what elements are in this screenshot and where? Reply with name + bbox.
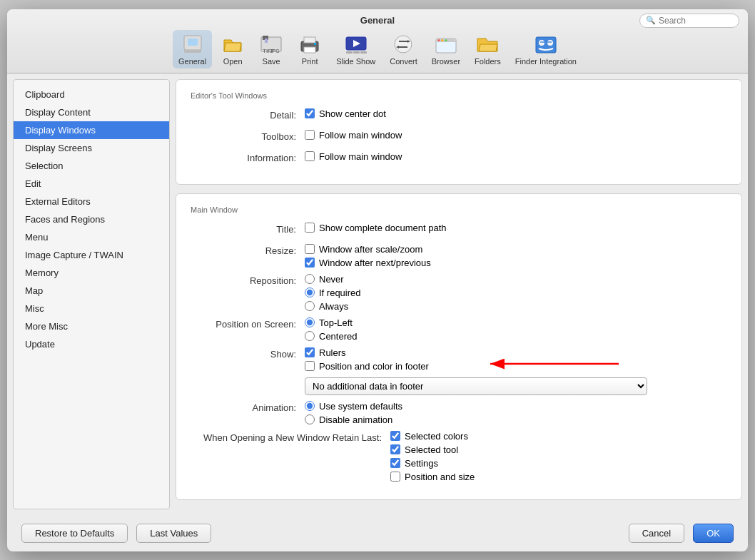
editors-tool-windows-title: Editor's Tool Windows (191, 91, 727, 100)
ok-button[interactable]: OK (693, 524, 734, 543)
detail-show-center-dot-label: Show center dot (319, 108, 386, 119)
sidebar-item-menu[interactable]: Menu (14, 228, 169, 246)
new-window-tool-checkbox[interactable] (390, 444, 400, 454)
main-content: Clipboard Display Content Display Window… (7, 73, 748, 515)
search-input[interactable] (659, 16, 733, 26)
sidebar-item-memory[interactable]: Memory (14, 264, 169, 282)
main-window-section: Main Window Title: Show complete documen… (176, 193, 742, 500)
toolbox-follow-main-checkbox[interactable] (305, 130, 315, 140)
folders-icon (476, 33, 499, 56)
toolbar-print[interactable]: Print (292, 30, 328, 68)
position-top-left-label: Top-Left (319, 317, 353, 328)
animation-system-radio[interactable] (305, 401, 315, 411)
toolbar-folders[interactable]: Folders (469, 30, 507, 68)
toolbar-general[interactable]: General (173, 30, 212, 68)
title-show-complete-checkbox[interactable] (305, 223, 315, 233)
convert-icon (392, 33, 415, 56)
svg-rect-2 (188, 39, 198, 46)
last-values-button[interactable]: Last Values (136, 524, 211, 543)
toolbar-save[interactable]: TIFF JPG Save (253, 30, 289, 68)
title-label: Title: (191, 223, 305, 235)
reposition-label: Reposition: (191, 274, 305, 286)
toolbar: General Open TIFF (158, 26, 597, 73)
detail-show-center-dot-checkbox[interactable] (305, 108, 315, 118)
bottom-right-buttons: Cancel OK (629, 524, 734, 543)
reposition-always-radio[interactable] (305, 301, 315, 311)
sidebar-item-external-editors[interactable]: External Editors (14, 193, 169, 210)
detail-show-center-dot-row: Show center dot (305, 108, 386, 119)
toolbar-convert-label: Convert (390, 57, 417, 66)
resize-after-scale-label: Window after scale/zoom (319, 244, 422, 255)
show-row: Show: Rulers Position and color in foote… (191, 347, 727, 395)
position-on-screen-label: Position on Screen: (191, 317, 305, 330)
information-follow-main-checkbox[interactable] (305, 151, 315, 161)
information-label: Information: (191, 151, 305, 163)
svg-point-27 (547, 40, 553, 46)
toolbar-browser[interactable]: Browser (426, 30, 466, 68)
sidebar-item-update[interactable]: Update (14, 335, 169, 353)
new-window-settings-checkbox[interactable] (390, 458, 400, 468)
svg-point-23 (441, 39, 443, 41)
sidebar-item-display-screens[interactable]: Display Screens (14, 139, 169, 157)
svg-rect-5 (265, 39, 268, 43)
position-centered-radio[interactable] (305, 331, 315, 341)
svg-rect-15 (353, 51, 360, 54)
resize-after-next-checkbox[interactable] (305, 258, 315, 268)
restore-defaults-button[interactable]: Restore to Defaults (21, 524, 128, 543)
sidebar-item-image-capture[interactable]: Image Capture / TWAIN (14, 246, 169, 264)
toolbar-convert[interactable]: Convert (384, 30, 423, 68)
reposition-never-label: Never (319, 274, 344, 285)
new-window-colors-label: Selected colors (405, 431, 468, 442)
toolbox-follow-main-label: Follow main window (319, 130, 402, 141)
reposition-if-required-radio[interactable] (305, 287, 315, 297)
main-window: General 🔍 General (7, 9, 748, 551)
animation-label: Animation: (191, 401, 305, 413)
new-window-colors-checkbox[interactable] (390, 431, 400, 441)
sidebar-item-misc[interactable]: Misc (14, 300, 169, 317)
svg-rect-10 (304, 47, 315, 53)
bottom-bar: Restore to Defaults Last Values Cancel O… (7, 515, 748, 551)
toolbar-slideshow-label: Slide Show (336, 57, 375, 66)
toolbar-open[interactable]: Open (215, 30, 250, 68)
resize-after-next-label: Window after next/previous (319, 258, 431, 268)
sidebar-item-selection[interactable]: Selection (14, 157, 169, 175)
search-box[interactable]: 🔍 (639, 14, 739, 28)
sidebar-item-clipboard[interactable]: Clipboard (14, 86, 169, 103)
slideshow-icon (345, 33, 368, 56)
open-icon (221, 33, 244, 56)
footer-dropdown[interactable]: No additional data in footer Show EXIF d… (305, 377, 647, 395)
reposition-row: Reposition: Never If required (191, 274, 727, 312)
sidebar-item-faces-regions[interactable]: Faces and Regions (14, 210, 169, 228)
animation-disable-radio[interactable] (305, 414, 315, 424)
position-on-screen-row: Position on Screen: Top-Left Centered (191, 317, 727, 342)
sidebar-item-display-windows[interactable]: Display Windows (14, 121, 169, 139)
cancel-button[interactable]: Cancel (629, 524, 684, 543)
toolbar-finder[interactable]: Finder Integration (510, 30, 582, 68)
new-window-position-checkbox[interactable] (390, 472, 400, 482)
svg-rect-9 (304, 37, 315, 43)
toolbar-slideshow[interactable]: Slide Show (330, 30, 381, 68)
main-window-title: Main Window (191, 205, 727, 214)
resize-label: Resize: (191, 244, 305, 256)
resize-after-scale-checkbox[interactable] (305, 244, 315, 254)
reposition-never-radio[interactable] (305, 274, 315, 284)
sidebar-item-more-misc[interactable]: More Misc (14, 317, 169, 335)
show-rulers-checkbox[interactable] (305, 347, 315, 357)
sidebar-item-edit[interactable]: Edit (14, 175, 169, 193)
finder-icon (534, 33, 557, 56)
resize-row: Resize: Window after scale/zoom Window a… (191, 244, 727, 268)
show-position-color-checkbox[interactable] (305, 361, 315, 371)
show-position-color-label: Position and color in footer (319, 361, 429, 372)
new-window-tool-label: Selected tool (405, 444, 458, 455)
reposition-if-required-label: If required (319, 287, 361, 298)
toolbar-finder-label: Finder Integration (515, 57, 577, 66)
sidebar-item-map[interactable]: Map (14, 282, 169, 300)
detail-label: Detail: (191, 108, 305, 121)
toolbar-save-label: Save (263, 57, 280, 66)
sidebar-item-display-content[interactable]: Display Content (14, 103, 169, 121)
editors-tool-windows-section: Editor's Tool Windows Detail: Show cente… (176, 79, 742, 185)
title-row: Title: Show complete document path (191, 223, 727, 238)
new-window-position-label: Position and size (405, 472, 475, 482)
position-top-left-radio[interactable] (305, 317, 315, 327)
svg-point-24 (445, 39, 447, 41)
